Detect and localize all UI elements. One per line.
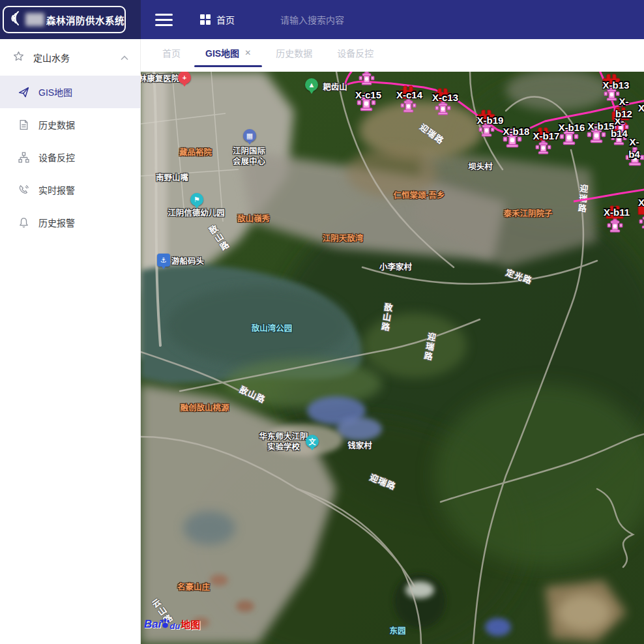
baidu-product-text: 地图 bbox=[181, 617, 200, 631]
sidebar: 定山水务 GIS地图历史数据设备反控实时报警历史报警 bbox=[0, 39, 141, 644]
sidebar-item-label: GIS地图 bbox=[38, 85, 72, 98]
app-title: 森林消防供水系统 bbox=[46, 13, 124, 27]
send-icon bbox=[18, 87, 29, 98]
tab-bar: 首页GIS地图✕历史数据设备反控 bbox=[141, 39, 644, 72]
tab-label: GIS地图 bbox=[205, 46, 239, 59]
hydrant-marker[interactable] bbox=[357, 92, 376, 114]
hydrant-marker-alarm[interactable] bbox=[476, 110, 496, 139]
sidebar-item-实时报警[interactable]: 实时报警 bbox=[0, 173, 140, 206]
phone-icon bbox=[18, 184, 29, 196]
sidebar-item-label: 实时报警 bbox=[38, 183, 75, 196]
baidu-map-attribution: Bai du 地图 bbox=[144, 617, 200, 631]
hydrant-marker-alarm[interactable] bbox=[357, 72, 376, 88]
document-icon bbox=[18, 119, 29, 130]
pin-glyph: ⚑ bbox=[194, 196, 200, 204]
fire-hydrant-icon bbox=[625, 147, 644, 169]
sidebar-item-设备反控[interactable]: 设备反控 bbox=[0, 141, 140, 173]
search-input[interactable]: 请输入搜索内容 bbox=[280, 13, 344, 26]
tab-GIS地图[interactable]: GIS地图✕ bbox=[193, 39, 263, 66]
poi-pin-icon[interactable]: 文 bbox=[306, 435, 319, 448]
hydrant-marker-alarm[interactable] bbox=[605, 205, 624, 235]
baidu-brand-text: Bai bbox=[144, 618, 161, 631]
alarm-badge-icon bbox=[605, 205, 624, 222]
baidu-brand-text-2: du bbox=[169, 621, 180, 631]
nav-home[interactable]: 首页 bbox=[200, 13, 235, 26]
poi-pin-icon[interactable]: ▦ bbox=[243, 129, 256, 142]
pipeline-path bbox=[574, 189, 644, 201]
star-icon bbox=[13, 51, 24, 64]
tab-历史数据[interactable]: 历史数据 bbox=[263, 39, 325, 66]
grid-icon bbox=[200, 14, 211, 25]
chevron-up-icon bbox=[121, 52, 128, 63]
sidebar-item-历史报警[interactable]: 历史报警 bbox=[0, 206, 140, 239]
pin-glyph: 文 bbox=[309, 436, 316, 446]
hydrant-marker[interactable] bbox=[503, 128, 522, 151]
hydrant-marker[interactable] bbox=[625, 147, 644, 169]
header-logo-area: 森林消防供水系统 bbox=[0, 0, 141, 39]
pin-glyph: ▲ bbox=[308, 81, 315, 89]
fire-hydrant-icon bbox=[357, 92, 376, 114]
poi-pin-icon[interactable]: ⚑ bbox=[190, 193, 203, 206]
bell-icon bbox=[18, 217, 29, 228]
pin-glyph: ⚓ bbox=[160, 256, 167, 265]
hydrant-marker-alarm[interactable] bbox=[637, 201, 644, 231]
alarm-badge-icon bbox=[637, 201, 644, 218]
nav-home-label: 首页 bbox=[216, 13, 235, 26]
sidebar-group-dingshan[interactable]: 定山水务 bbox=[0, 39, 140, 76]
gis-map-canvas[interactable]: Bai du 地图 林康复医院+耙齿山▲江阴国际 会展中心▦藏品裕院南野山嘴仁恒… bbox=[141, 72, 644, 644]
poi-pin-icon[interactable]: ⚓ bbox=[157, 254, 170, 267]
sidebar-item-label: 设备反控 bbox=[38, 151, 75, 164]
hydrant-marker-alarm[interactable] bbox=[611, 107, 630, 137]
alarm-badge-icon bbox=[533, 127, 553, 143]
tab-首页[interactable]: 首页 bbox=[150, 39, 193, 66]
hydrant-marker-alarm[interactable] bbox=[398, 85, 418, 115]
alarm-badge-icon bbox=[433, 88, 452, 104]
collapse-menu-icon[interactable] bbox=[155, 14, 173, 26]
sidebar-item-历史数据[interactable]: 历史数据 bbox=[0, 108, 140, 141]
tab-label: 设备反控 bbox=[337, 46, 373, 59]
alarm-badge-icon bbox=[476, 110, 496, 126]
pipeline-layer bbox=[141, 72, 644, 644]
hydrant-marker[interactable] bbox=[587, 124, 606, 146]
sonar-logo-icon bbox=[8, 10, 23, 29]
fire-hydrant-icon bbox=[559, 126, 579, 148]
top-header: 森林消防供水系统 首页 请输入搜索内容 bbox=[0, 0, 644, 39]
fire-hydrant-icon bbox=[503, 128, 522, 151]
alarm-badge-icon bbox=[611, 107, 630, 123]
tab-label: 历史数据 bbox=[276, 46, 312, 59]
tab-label: 首页 bbox=[162, 46, 181, 59]
pin-glyph: + bbox=[183, 74, 186, 81]
poi-pin-icon[interactable]: + bbox=[178, 72, 191, 84]
pin-glyph: ▦ bbox=[246, 132, 253, 140]
alarm-badge-icon bbox=[398, 85, 418, 102]
header-toolbar: 首页 请输入搜索内容 bbox=[141, 0, 644, 39]
sidebar-item-GIS地图[interactable]: GIS地图 bbox=[0, 76, 140, 108]
tab-设备反控[interactable]: 设备反控 bbox=[325, 39, 386, 66]
sidebar-item-label: 历史数据 bbox=[38, 118, 75, 131]
app-logo: 森林消防供水系统 bbox=[3, 6, 126, 33]
close-tab-icon[interactable]: ✕ bbox=[244, 48, 251, 57]
sitemap-icon bbox=[18, 152, 29, 163]
hydrant-marker[interactable] bbox=[559, 126, 579, 148]
sidebar-item-label: 历史报警 bbox=[38, 216, 75, 229]
alarm-badge-icon bbox=[357, 72, 376, 74]
poi-pin-icon[interactable]: ▲ bbox=[305, 78, 318, 91]
hydrant-marker-alarm[interactable] bbox=[433, 88, 452, 118]
alarm-badge-icon bbox=[602, 74, 621, 90]
redacted-logo-text bbox=[25, 13, 44, 26]
hydrant-marker-alarm[interactable] bbox=[602, 74, 621, 104]
hydrant-marker-alarm[interactable] bbox=[533, 127, 553, 157]
fire-hydrant-icon bbox=[587, 124, 606, 146]
sidebar-group-label: 定山水务 bbox=[33, 51, 121, 64]
baidu-paw-icon bbox=[160, 618, 170, 631]
